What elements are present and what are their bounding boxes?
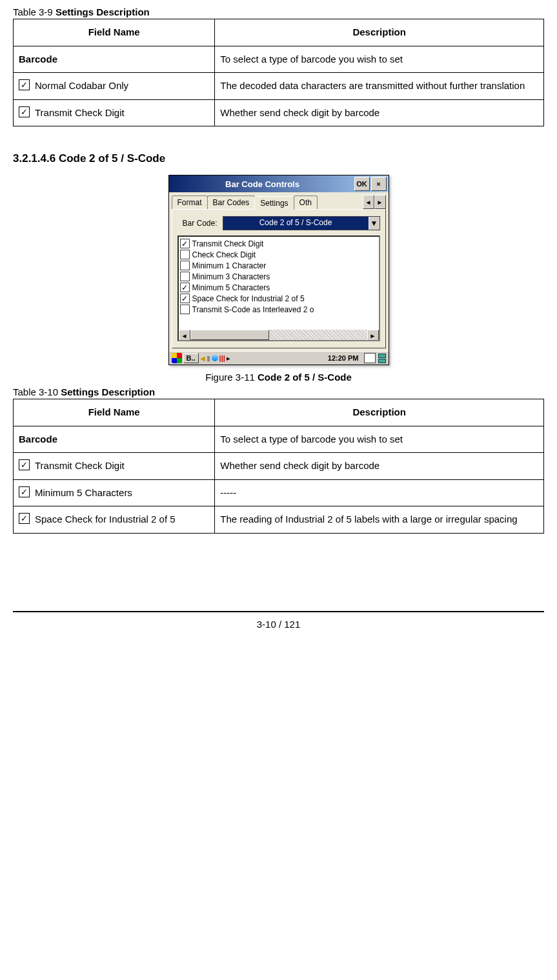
scroll-left-button[interactable]: ◄	[179, 330, 190, 341]
field-desc: To select a type of barcode you wish to …	[215, 426, 544, 453]
field-desc: The reading of Industrial 2 of 5 labels …	[215, 506, 544, 534]
footer-divider	[13, 611, 544, 612]
windows-icon[interactable]	[378, 354, 386, 363]
checkbox-icon[interactable]: ✓	[180, 283, 190, 292]
barcode-label: Bar Code:	[177, 219, 223, 228]
tray-icon: ▮	[207, 354, 210, 363]
window-title: Bar Code Controls	[171, 179, 353, 189]
figure11-caption: Figure 3-11 Code 2 of 5 / S-Code	[13, 372, 544, 383]
field-label: Barcode	[19, 54, 57, 65]
checkbox-icon: ✓	[19, 513, 30, 524]
tab-settings[interactable]: Settings	[254, 196, 294, 210]
start-icon[interactable]	[172, 353, 182, 363]
field-label: Transmit Check Digit	[35, 104, 125, 123]
field-desc: Whether send check digit by barcode	[215, 453, 544, 480]
titlebar: Bar Code Controls OK ×	[169, 175, 389, 192]
table9-caption: Table 3-9 Settings Description	[13, 6, 544, 17]
table-row: ✓ Normal Codabar Only The decoded data c…	[14, 73, 544, 100]
taskbar-clock: 12:20 PM	[325, 354, 361, 362]
scroll-right-button[interactable]: ►	[367, 330, 379, 341]
figure-dialog-wrap: Bar Code Controls OK × Format Bar Codes …	[13, 175, 544, 365]
field-label: Transmit Check Digit	[35, 457, 125, 475]
table10-caption-bold: Settings Description	[61, 386, 155, 397]
field-desc: -----	[215, 479, 544, 506]
table10-header-field: Field Name	[14, 399, 215, 426]
table-row: ✓ Transmit Check Digit Whether send chec…	[14, 99, 544, 126]
tray-icon: |||	[219, 354, 225, 362]
field-desc: Whether send check digit by barcode	[215, 99, 544, 126]
tab-scroll-right[interactable]: ►	[374, 195, 386, 209]
list-item[interactable]: ✓Minimum 5 Characters	[180, 282, 378, 293]
list-item[interactable]: Minimum 1 Character	[180, 260, 378, 271]
table10-caption-prefix: Table 3-10	[13, 386, 61, 397]
checkbox-icon: ✓	[19, 459, 30, 470]
tray-separator: ▸	[227, 354, 230, 363]
list-item[interactable]: Check Check Digit	[180, 249, 378, 260]
table9-header-field: Field Name	[14, 19, 215, 46]
list-item-label: Transmit Check Digit	[192, 239, 264, 248]
settings-listbox[interactable]: ✓Transmit Check Digit Check Check Digit …	[177, 235, 380, 341]
table10: Field Name Description Barcode To select…	[13, 399, 544, 534]
tab-format[interactable]: Format	[172, 195, 208, 209]
field-label: Minimum 5 Characters	[35, 484, 132, 503]
tab-barcodes[interactable]: Bar Codes	[207, 195, 256, 209]
checkbox-icon[interactable]: ✓	[180, 294, 190, 303]
checkbox-icon[interactable]	[180, 250, 190, 259]
field-desc: The decoded data characters are transmit…	[215, 73, 544, 100]
table9-caption-bold: Settings Description	[56, 6, 150, 17]
figure11-bold: Code 2 of 5 / S-Code	[258, 372, 352, 383]
field-desc: To select a type of barcode you wish to …	[215, 46, 544, 73]
list-item-label: Minimum 3 Characters	[192, 272, 270, 281]
table10-caption: Table 3-10 Settings Description	[13, 386, 544, 397]
tray-icon: ◀	[200, 355, 205, 362]
page-number: 3-10 / 121	[13, 619, 544, 630]
tab-scroll-left[interactable]: ◄	[363, 195, 374, 209]
table-row: ✓ Minimum 5 Characters -----	[14, 479, 544, 506]
list-item-label: Check Check Digit	[192, 250, 256, 259]
taskbar-task[interactable]: B..	[183, 353, 199, 363]
field-label: Normal Codabar Only	[35, 77, 128, 95]
taskbar: B.. ◀ ▮ ||| ▸ 12:20 PM	[169, 351, 389, 365]
tab-scroll: ◄ ►	[363, 195, 386, 209]
checkbox-icon[interactable]: ✓	[180, 239, 190, 248]
table9-header-desc: Description	[215, 19, 544, 46]
horizontal-scrollbar[interactable]: ◄ ►	[179, 330, 379, 340]
list-item[interactable]: Transmit S-Code as Interleaved 2 o	[180, 304, 378, 315]
tab-bar: Format Bar Codes Settings Oth ◄ ►	[169, 192, 389, 209]
table-row: ✓ Transmit Check Digit Whether send chec…	[14, 453, 544, 480]
close-button[interactable]: ×	[371, 177, 387, 191]
settings-panel: Bar Code: Code 2 of 5 / S-Code ▼ ✓Transm…	[172, 209, 386, 348]
scroll-thumb[interactable]	[190, 330, 269, 340]
barcode-combo[interactable]: Code 2 of 5 / S-Code ▼	[223, 216, 380, 230]
scroll-track[interactable]	[190, 330, 367, 340]
list-item-label: Minimum 5 Characters	[192, 283, 270, 292]
table-row: Barcode To select a type of barcode you …	[14, 426, 544, 453]
table-row: Barcode To select a type of barcode you …	[14, 46, 544, 73]
barcode-controls-dialog: Bar Code Controls OK × Format Bar Codes …	[168, 175, 389, 365]
section-heading: 3.2.1.4.6 Code 2 of 5 / S-Code	[13, 152, 544, 165]
table-row: ✓ Space Check for Industrial 2 of 5 The …	[14, 506, 544, 534]
checkbox-icon[interactable]	[180, 261, 190, 270]
list-item-label: Space Check for Industrial 2 of 5	[192, 294, 305, 303]
checkbox-icon: ✓	[19, 79, 30, 90]
figure11-prefix: Figure 3-11	[205, 372, 258, 383]
checkbox-icon[interactable]	[180, 272, 190, 281]
list-item[interactable]: ✓Space Check for Industrial 2 of 5	[180, 293, 378, 304]
table9: Field Name Description Barcode To select…	[13, 19, 544, 126]
barcode-combo-value: Code 2 of 5 / S-Code	[223, 217, 369, 230]
table10-header-desc: Description	[215, 399, 544, 426]
list-item[interactable]: ✓Transmit Check Digit	[180, 238, 378, 249]
list-item-label: Transmit S-Code as Interleaved 2 o	[192, 305, 314, 314]
list-item-label: Minimum 1 Character	[192, 261, 267, 270]
keyboard-icon[interactable]	[364, 353, 376, 363]
checkbox-icon[interactable]	[180, 305, 190, 314]
field-label: Space Check for Industrial 2 of 5	[35, 510, 176, 529]
table9-caption-prefix: Table 3-9	[13, 6, 56, 17]
checkbox-icon: ✓	[19, 486, 30, 497]
tab-other[interactable]: Oth	[294, 195, 318, 209]
ok-button[interactable]: OK	[354, 177, 370, 191]
tray-icon	[212, 355, 218, 361]
checkbox-icon: ✓	[19, 106, 30, 117]
dropdown-icon[interactable]: ▼	[369, 217, 380, 230]
list-item[interactable]: Minimum 3 Characters	[180, 271, 378, 282]
